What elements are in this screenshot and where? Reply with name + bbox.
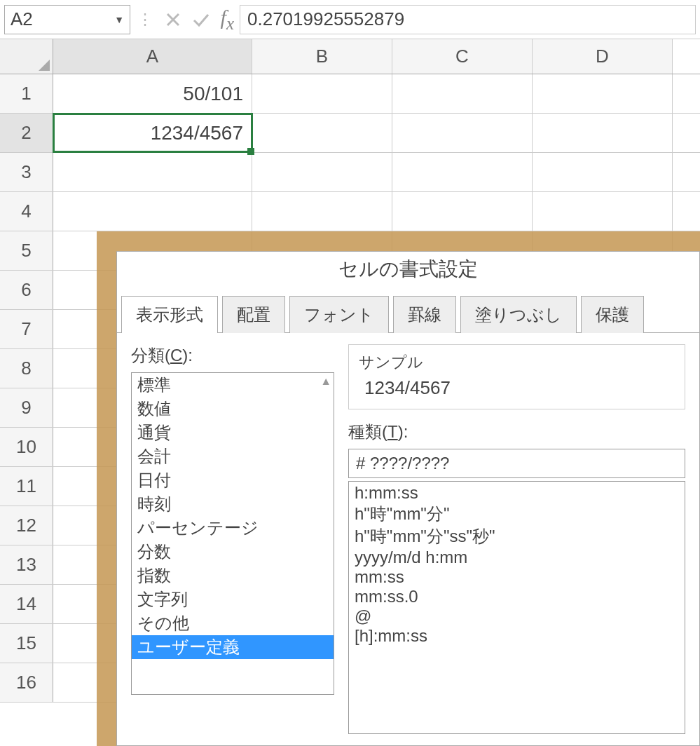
- name-box-value: A2: [11, 8, 33, 30]
- row-header-12[interactable]: 12: [0, 506, 53, 545]
- fx-icon[interactable]: fx: [221, 6, 234, 34]
- sample-group: サンプル 1234/4567: [348, 344, 685, 409]
- formula-bar-actions: ⋮ fx: [136, 6, 234, 34]
- category-item-general[interactable]: 標準: [132, 373, 334, 397]
- category-item-custom[interactable]: ユーザー定義: [132, 635, 334, 659]
- formula-value: 0.27019925552879: [247, 8, 404, 30]
- cell-c2[interactable]: [392, 114, 533, 152]
- type-label: 種類(T):: [348, 421, 685, 443]
- category-item-text[interactable]: 文字列: [132, 588, 334, 611]
- table-row: 3: [0, 153, 700, 192]
- type-item[interactable]: @: [355, 606, 679, 626]
- format-cells-dialog: セルの書式設定 表示形式 配置 フォント 罫線 塗りつぶし 保護 分類(C): …: [97, 231, 700, 746]
- dialog-body: 分類(C): ▲ 標準 数値 通貨 会計 日付 時刻 パーセンテージ 分数 指数…: [117, 333, 699, 745]
- row-header-8[interactable]: 8: [0, 349, 53, 388]
- row-header-15[interactable]: 15: [0, 624, 53, 663]
- type-item[interactable]: h"時"mm"分"ss"秒": [355, 525, 679, 548]
- category-item-currency[interactable]: 通貨: [132, 421, 334, 445]
- cell-a2[interactable]: 1234/4567: [53, 114, 252, 152]
- tab-font[interactable]: フォント: [289, 296, 389, 333]
- type-list[interactable]: h:mm:ss h"時"mm"分" h"時"mm"分"ss"秒" yyyy/m/…: [348, 481, 685, 734]
- column-header-d[interactable]: D: [533, 39, 673, 74]
- row-header-4[interactable]: 4: [0, 192, 53, 231]
- formula-bar: A2 ▼ ⋮ fx 0.27019925552879: [0, 0, 700, 39]
- table-row: 4: [0, 192, 700, 231]
- tab-fill[interactable]: 塗りつぶし: [460, 296, 577, 333]
- cell-d1[interactable]: [533, 74, 673, 113]
- column-headers: A B C D: [0, 39, 700, 74]
- category-item-percentage[interactable]: パーセンテージ: [132, 516, 334, 540]
- type-item[interactable]: mm:ss.0: [355, 587, 679, 606]
- category-item-time[interactable]: 時刻: [132, 492, 334, 516]
- select-all-corner[interactable]: [0, 39, 53, 74]
- chevron-down-icon[interactable]: ▼: [114, 14, 124, 25]
- name-box[interactable]: A2 ▼: [4, 5, 130, 34]
- category-item-number[interactable]: 数値: [132, 397, 334, 421]
- cell-b1[interactable]: [252, 74, 392, 113]
- dialog-tabs: 表示形式 配置 フォント 罫線 塗りつぶし 保護: [117, 295, 699, 333]
- column-header-c[interactable]: C: [392, 39, 533, 74]
- row-header-11[interactable]: 11: [0, 467, 53, 506]
- row-header-16[interactable]: 16: [0, 663, 53, 702]
- row-header-9[interactable]: 9: [0, 388, 53, 427]
- category-pane: 分類(C): ▲ 標準 数値 通貨 会計 日付 時刻 パーセンテージ 分数 指数…: [131, 344, 334, 734]
- row-header-14[interactable]: 14: [0, 585, 53, 623]
- format-detail-pane: サンプル 1234/4567 種類(T): # ????/???? h:mm:s…: [348, 344, 685, 734]
- scroll-up-icon[interactable]: ▲: [320, 375, 331, 388]
- type-input[interactable]: # ????/????: [348, 449, 685, 478]
- category-item-special[interactable]: その他: [132, 611, 334, 635]
- type-item[interactable]: yyyy/m/d h:mm: [355, 548, 679, 567]
- formula-input[interactable]: 0.27019925552879: [240, 5, 696, 34]
- dialog-content: セルの書式設定 表示形式 配置 フォント 罫線 塗りつぶし 保護 分類(C): …: [116, 251, 700, 746]
- dialog-frame: セルの書式設定 表示形式 配置 フォント 罫線 塗りつぶし 保護 分類(C): …: [97, 231, 700, 746]
- cell-b2[interactable]: [252, 114, 392, 152]
- type-item[interactable]: [h]:mm:ss: [355, 626, 679, 646]
- category-label: 分類(C):: [131, 344, 334, 367]
- row-header-5[interactable]: 5: [0, 231, 53, 270]
- sample-value: 1234/4567: [359, 377, 675, 399]
- category-list[interactable]: ▲ 標準 数値 通貨 会計 日付 時刻 パーセンテージ 分数 指数 文字列 その…: [131, 372, 334, 695]
- tab-number-format[interactable]: 表示形式: [121, 296, 218, 333]
- type-item[interactable]: mm:ss: [355, 567, 679, 587]
- category-item-date[interactable]: 日付: [132, 468, 334, 492]
- row-header-3[interactable]: 3: [0, 153, 53, 191]
- column-header-b[interactable]: B: [252, 39, 392, 74]
- type-item[interactable]: h"時"mm"分": [355, 503, 679, 525]
- enter-icon[interactable]: [192, 10, 210, 29]
- cell-c1[interactable]: [392, 74, 533, 113]
- tab-border[interactable]: 罫線: [393, 296, 456, 333]
- category-item-fraction[interactable]: 分数: [132, 540, 334, 564]
- row-header-13[interactable]: 13: [0, 545, 53, 584]
- row-header-6[interactable]: 6: [0, 271, 53, 309]
- sample-label: サンプル: [359, 352, 675, 373]
- column-header-a[interactable]: A: [53, 39, 252, 74]
- row-header-10[interactable]: 10: [0, 428, 53, 466]
- dialog-title: セルの書式設定: [117, 252, 699, 291]
- category-item-accounting[interactable]: 会計: [132, 445, 334, 468]
- cell-d2[interactable]: [533, 114, 673, 152]
- cell-a1[interactable]: 50/101: [53, 74, 252, 113]
- vertical-dots-icon: ⋮: [136, 10, 154, 29]
- tab-alignment[interactable]: 配置: [222, 296, 285, 333]
- row-header-1[interactable]: 1: [0, 74, 53, 113]
- row-header-7[interactable]: 7: [0, 310, 53, 348]
- tab-protection[interactable]: 保護: [581, 296, 644, 333]
- cell-a3[interactable]: [53, 153, 252, 191]
- cancel-icon[interactable]: [164, 10, 182, 29]
- table-row: 150/101: [0, 74, 700, 114]
- row-header-2[interactable]: 2: [0, 114, 53, 152]
- table-row: 21234/4567: [0, 114, 700, 153]
- category-item-scientific[interactable]: 指数: [132, 564, 334, 588]
- type-item[interactable]: h:mm:ss: [355, 483, 679, 503]
